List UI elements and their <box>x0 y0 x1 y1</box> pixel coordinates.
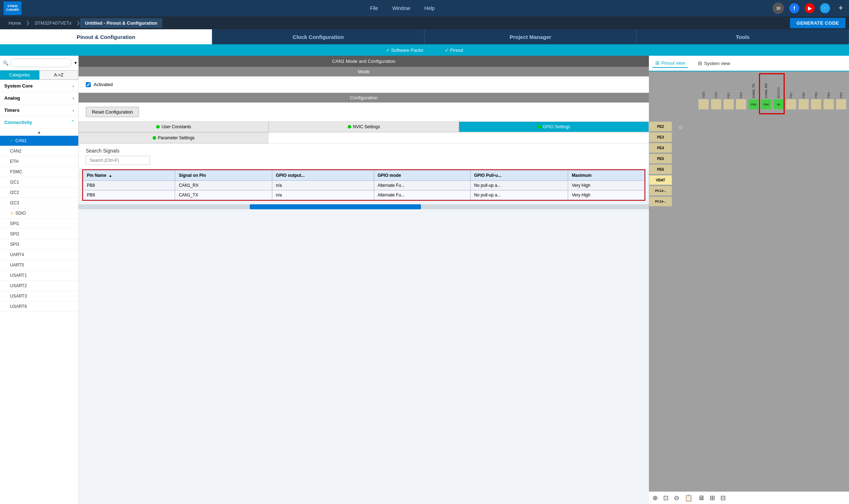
menu-file[interactable]: File <box>370 5 378 11</box>
col-signal[interactable]: Signal on Pin <box>175 170 272 181</box>
sidebar-item-usart1[interactable]: USART1 <box>0 270 78 281</box>
export-icon[interactable]: 📋 <box>685 494 692 502</box>
tab-user-constants[interactable]: User Constants <box>79 121 269 132</box>
categories-tab[interactable]: Categories <box>0 70 39 80</box>
twitter-icon[interactable]: 🐦 <box>820 3 830 13</box>
system-view-icon: ⊟ <box>698 60 702 66</box>
facebook-icon[interactable]: f <box>789 3 799 13</box>
settings-icon[interactable]: ⊟ <box>720 494 726 502</box>
pin-boot0[interactable]: BOOT0 B0 <box>773 73 785 110</box>
zoom-in-icon[interactable]: ⊕ <box>652 494 658 502</box>
search-signals-input[interactable] <box>86 156 150 165</box>
sub-tab-pinout[interactable]: ✓ Pinout <box>445 48 463 53</box>
sidebar-item-spi1[interactable]: SPI1 <box>0 219 78 229</box>
sidebar-item-analog[interactable]: Analog › <box>0 92 78 104</box>
sidebar-item-can2[interactable]: CAN2 <box>0 146 78 156</box>
pin-pb6[interactable]: PB6 <box>798 73 810 110</box>
pin-vss[interactable]: VSS <box>710 73 722 110</box>
pinout-view-tab[interactable]: ⊞ Pinout view <box>652 59 688 68</box>
fit-icon[interactable]: ⊡ <box>663 494 669 502</box>
pin-pb9[interactable]: CAN1_TX PB9 <box>748 73 760 110</box>
pin-pb4[interactable]: PB4 <box>823 73 835 110</box>
collapse-arrow[interactable]: ▲ <box>0 129 78 136</box>
pin-pb3[interactable]: PB3 <box>835 73 847 110</box>
sidebar-item-spi2[interactable]: SPI2 <box>0 229 78 239</box>
tab-project-manager[interactable]: Project Manager <box>424 29 637 44</box>
sidebar-item-can1[interactable]: ✔ CAN1 <box>0 136 78 146</box>
sdio-warning-icon: ⚠ <box>10 211 14 216</box>
sidebar-item-i2c1[interactable]: I2C1 <box>0 177 78 188</box>
reset-configuration-button[interactable]: Reset Configuration <box>86 107 139 117</box>
col-pin-name[interactable]: Pin Name ▲ <box>83 170 175 181</box>
pin-pb4-label: PB4 <box>827 73 830 98</box>
az-tab[interactable]: A->Z <box>39 70 79 80</box>
tab-pinout-configuration[interactable]: Pinout & Configuration <box>0 29 212 44</box>
pin-diagram: VDD VSS PE1 PE0 <box>649 71 849 504</box>
sidebar-item-usart3[interactable]: USART3 <box>0 291 78 301</box>
sidebar-item-i2c2[interactable]: I2C2 <box>0 188 78 198</box>
dropdown-icon[interactable]: ▼ <box>74 61 78 65</box>
horizontal-scrollbar[interactable] <box>79 204 649 209</box>
pin-pe0[interactable]: PE0 <box>735 73 747 110</box>
sub-tab-software-packs[interactable]: ✓ Software Packs <box>386 48 423 53</box>
layout-icon[interactable]: ⊞ <box>710 494 715 502</box>
sidebar-item-eth[interactable]: ETH <box>0 156 78 167</box>
col-gpio-mode[interactable]: GPIO mode <box>374 170 470 181</box>
activated-checkbox[interactable] <box>86 82 91 87</box>
sidebar-item-timers[interactable]: Timers › <box>0 104 78 116</box>
youtube-icon[interactable]: ▶ <box>805 3 815 13</box>
left-pin-pe4[interactable]: PE4 <box>649 143 672 153</box>
sidebar-item-system-core[interactable]: System Core › <box>0 80 78 92</box>
sidebar-item-uart5[interactable]: UART5 <box>0 260 78 270</box>
pin-pb7[interactable]: PB7 <box>785 73 797 110</box>
pin-pb8[interactable]: CAN1_RX PB8 <box>760 73 772 110</box>
left-pin-pc13[interactable]: PC13-.. <box>649 186 672 196</box>
breadcrumb-device[interactable]: STM32F407VETx <box>30 18 76 28</box>
sidebar-search-input[interactable] <box>10 59 72 67</box>
left-pin-pe6[interactable]: PE6 <box>649 164 672 174</box>
left-pin-pe3[interactable]: PE3 <box>649 132 672 142</box>
can1-check-icon: ✔ <box>10 138 14 143</box>
pin-pb6-box <box>798 99 809 110</box>
sidebar-item-usart6[interactable]: USART6 <box>0 301 78 312</box>
sidebar-item-connectivity[interactable]: Connectivity ˅ <box>0 116 78 129</box>
tab-nvic-settings[interactable]: NVIC Settings <box>269 121 459 132</box>
tab-clock-configuration[interactable]: Clock Configuration <box>212 29 424 44</box>
sidebar-item-fsmc[interactable]: FSMC <box>0 167 78 177</box>
breadcrumb-page[interactable]: Untitled - Pinout & Configuration <box>80 18 162 28</box>
sidebar-item-uart4[interactable]: UART4 <box>0 250 78 260</box>
tab-gpio-settings[interactable]: GPIO Settings <box>459 121 649 132</box>
tab-parameter-settings[interactable]: Parameter Settings <box>79 133 268 143</box>
param-dot <box>153 136 156 140</box>
col-maximum[interactable]: Maximum <box>568 170 645 181</box>
config-panel-title: CAN1 Mode and Configuration <box>332 59 395 64</box>
tab-tools[interactable]: Tools <box>637 29 849 44</box>
mode-subheader: Mode <box>79 67 649 76</box>
pin-pb8-box: PB8 <box>761 99 771 110</box>
zoom-out-icon[interactable]: ⊖ <box>674 494 679 502</box>
sidebar-item-spi3[interactable]: SPI3 <box>0 239 78 250</box>
sub-tab-bar: ✓ Software Packs ✓ Pinout <box>0 44 849 56</box>
breadcrumb-home[interactable]: Home <box>4 18 26 28</box>
left-pin-vbat[interactable]: VBAT <box>649 175 672 185</box>
scrollbar-thumb[interactable] <box>250 204 421 209</box>
menu-help[interactable]: Help <box>424 5 435 11</box>
config-section: Reset Configuration User Constants NVIC … <box>79 103 649 144</box>
left-pin-pe5[interactable]: PE5 <box>649 154 672 164</box>
share-icon[interactable]: 🖥 <box>698 494 704 502</box>
left-pin-pc14[interactable]: PC14-.. <box>649 196 672 206</box>
menu-window[interactable]: Window <box>392 5 410 11</box>
system-view-tab[interactable]: ⊟ System view <box>695 59 733 68</box>
pin-pe1[interactable]: PE1 <box>723 73 735 110</box>
network-icon[interactable]: ✦ <box>835 3 845 13</box>
search-icon: 🔍 <box>3 60 9 66</box>
pin-vdd[interactable]: VDD <box>697 73 710 110</box>
sidebar-item-i2c3[interactable]: I2C3 <box>0 198 78 208</box>
sidebar-item-usart2[interactable]: USART2 <box>0 281 78 291</box>
generate-code-button[interactable]: GENERATE CODE <box>790 18 845 28</box>
pin-pb5[interactable]: PB5 <box>810 73 822 110</box>
col-gpio-output[interactable]: GPIO output... <box>272 170 374 181</box>
col-gpio-pull[interactable]: GPIO Pull-u... <box>470 170 568 181</box>
left-pin-pe2[interactable]: PE2 <box>649 121 672 131</box>
sidebar-item-sdio[interactable]: ⚠ SDIO <box>0 208 78 219</box>
